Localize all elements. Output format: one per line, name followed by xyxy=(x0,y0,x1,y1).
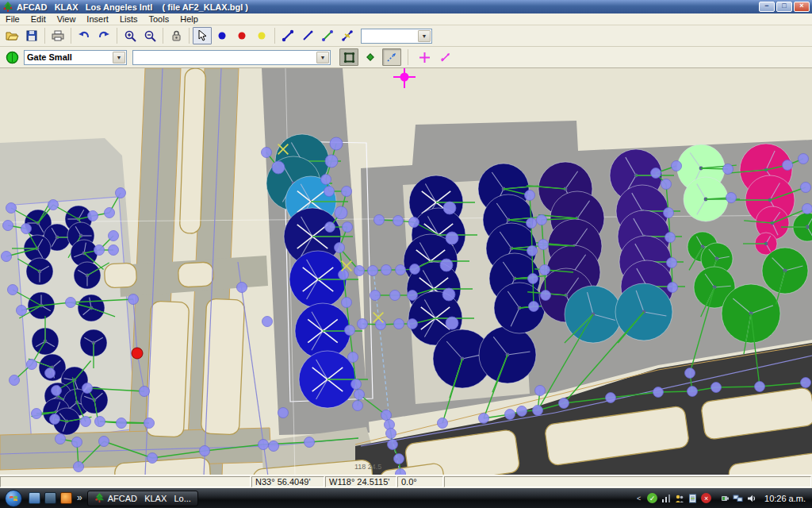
volume-icon[interactable] xyxy=(746,493,756,503)
taxiway-node xyxy=(799,154,809,164)
taxiway-node xyxy=(533,406,543,416)
measure-tool-button[interactable] xyxy=(382,48,401,66)
taxiway-node xyxy=(370,291,381,301)
menu-lists[interactable]: Lists xyxy=(114,14,144,24)
taskbar-afcad-button[interactable]: AFCAD KLAX Lo... xyxy=(87,491,198,506)
taxiway-node xyxy=(72,437,82,448)
print-button[interactable] xyxy=(48,27,67,44)
menu-view[interactable]: View xyxy=(52,14,82,24)
gate-type-combo[interactable]: Gate Small ▼ xyxy=(24,50,127,65)
taxiway-node xyxy=(394,454,404,464)
airport-map-canvas[interactable]: 118 24.5 xyxy=(0,68,812,475)
status-bar: N33° 56.4049' W118° 24.5115' 0.0° xyxy=(0,475,812,488)
system-tray: < ✓ × 10:26 a.m. xyxy=(634,493,812,503)
red-dot-icon xyxy=(237,31,247,40)
link-path-button[interactable] xyxy=(318,27,337,44)
taxiway-node xyxy=(342,187,352,197)
taxiway-node xyxy=(109,231,119,241)
media-player-icon[interactable] xyxy=(60,492,72,504)
taxiway-node xyxy=(408,319,418,329)
taxiway-node xyxy=(396,265,406,275)
taxiway-node xyxy=(505,410,515,420)
taxiway-node xyxy=(685,368,695,379)
pointer-arrow-icon xyxy=(197,30,207,41)
network-computers-icon[interactable] xyxy=(733,493,743,503)
menu-tools[interactable]: Tools xyxy=(144,14,175,24)
power-plug-icon[interactable] xyxy=(719,493,730,503)
yellow-point-button[interactable] xyxy=(252,27,271,44)
chevron-down-icon[interactable]: ▼ xyxy=(418,30,431,42)
users-icon[interactable] xyxy=(674,493,684,503)
chevron-down-icon[interactable]: ▼ xyxy=(113,52,125,64)
blue-point-button[interactable] xyxy=(213,27,232,44)
add-link-button[interactable] xyxy=(436,48,455,66)
taxiway-node xyxy=(147,453,158,464)
taxiway-node xyxy=(559,398,569,409)
restore-button[interactable]: □ xyxy=(776,2,792,12)
window-title: AFCAD KLAX Los Angeles Intl ( file AF2_K… xyxy=(17,2,248,12)
taxiway-node xyxy=(330,137,343,150)
taxiway-node xyxy=(661,179,672,190)
taxiway-node xyxy=(438,418,448,429)
taxiway-node xyxy=(3,221,13,231)
taxiway-node xyxy=(606,393,616,403)
taxiway-node xyxy=(653,387,664,398)
toolbar-combo[interactable]: ▼ xyxy=(361,29,432,44)
taxiway-node xyxy=(651,168,661,179)
security-ok-icon[interactable]: ✓ xyxy=(647,493,657,503)
taxiway-node xyxy=(50,414,60,425)
menu-file[interactable]: File xyxy=(0,14,25,24)
show-desktop-icon[interactable] xyxy=(29,492,40,504)
add-point-button[interactable] xyxy=(415,48,434,66)
taxiway-node xyxy=(446,232,458,244)
red-point-button[interactable] xyxy=(232,27,251,44)
taxiway-node xyxy=(88,211,98,221)
taxiway-node xyxy=(408,291,418,301)
taskbar-clock: 10:26 a.m. xyxy=(764,494,806,503)
redo-button[interactable] xyxy=(94,27,113,44)
menu-edit[interactable]: Edit xyxy=(25,14,52,24)
tray-expand-chevron[interactable]: < xyxy=(634,493,644,503)
link-split-button[interactable] xyxy=(338,27,357,44)
taxiway-node xyxy=(351,379,362,390)
wireless-icon[interactable] xyxy=(661,493,671,503)
link-taxiway-button[interactable] xyxy=(278,27,297,44)
quicklaunch-overflow-chevron[interactable]: » xyxy=(77,492,82,503)
line-plain-icon xyxy=(301,29,314,42)
taxiway-node xyxy=(801,378,811,388)
document-sync-icon[interactable] xyxy=(688,493,698,503)
taxiway-node xyxy=(755,382,765,392)
menu-help[interactable]: Help xyxy=(174,14,204,24)
save-button[interactable] xyxy=(22,27,41,44)
lock-button[interactable] xyxy=(167,27,186,44)
error-status-icon[interactable]: × xyxy=(701,493,711,503)
open-button[interactable] xyxy=(2,27,21,44)
taxiway-node xyxy=(325,155,338,167)
green-diamond-icon xyxy=(366,52,375,62)
node-tool-button[interactable] xyxy=(361,48,380,66)
zoom-out-button[interactable] xyxy=(140,27,159,44)
window-switcher-icon[interactable] xyxy=(44,492,56,504)
taxiway-node xyxy=(237,283,247,293)
zoom-in-button[interactable] xyxy=(121,27,140,44)
taxiway-node xyxy=(99,437,109,447)
select-pointer-button[interactable] xyxy=(193,27,212,44)
gate-name-combo[interactable]: ▼ xyxy=(132,50,331,65)
close-button[interactable]: × xyxy=(794,2,810,12)
insert-gate-button[interactable] xyxy=(2,48,21,66)
chevron-down-icon[interactable]: ▼ xyxy=(316,52,329,64)
menu-insert[interactable]: Insert xyxy=(81,14,114,24)
taxiway-node xyxy=(74,462,84,472)
start-button[interactable] xyxy=(5,490,22,507)
taxiway-node xyxy=(2,252,12,262)
link-plain-button[interactable] xyxy=(298,27,317,44)
apron-tool-button[interactable] xyxy=(339,48,358,66)
undo-button[interactable] xyxy=(75,27,94,44)
minimize-button[interactable]: − xyxy=(759,2,775,12)
taxiway-node xyxy=(538,240,549,250)
taxiway-node xyxy=(82,383,93,394)
main-toolbar: ▼ xyxy=(0,25,812,47)
taxiway-node xyxy=(144,418,155,429)
blue-dot-icon xyxy=(217,31,227,40)
taxiway-node xyxy=(479,414,489,424)
